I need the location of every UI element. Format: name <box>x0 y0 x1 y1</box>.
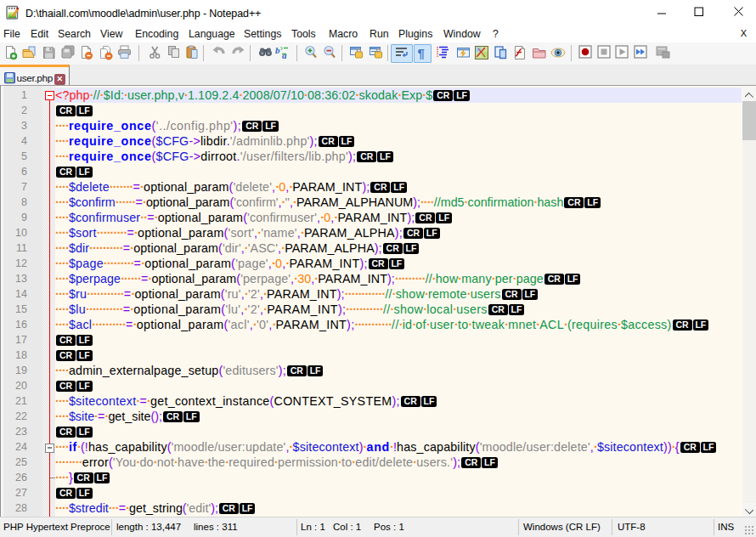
svg-text:a: a <box>282 50 287 60</box>
svg-text:¶: ¶ <box>418 46 425 60</box>
svg-text:b: b <box>275 45 280 55</box>
